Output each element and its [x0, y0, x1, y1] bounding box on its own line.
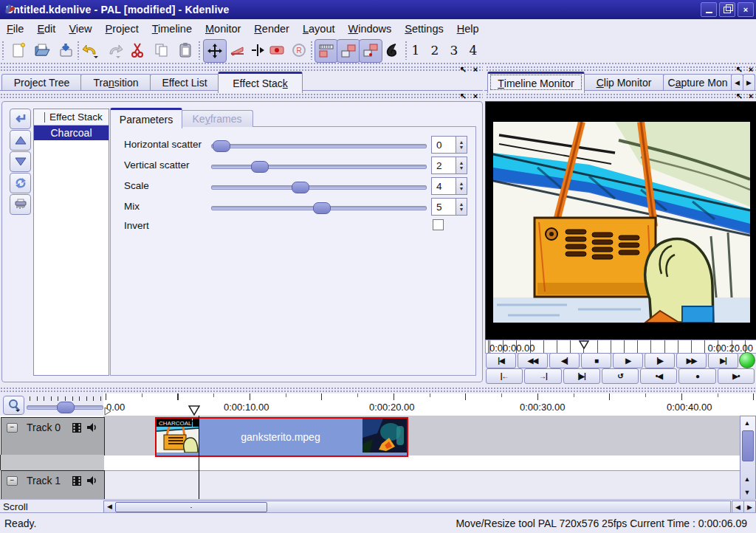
zoom-slider-handle[interactable]: [57, 402, 75, 413]
monitor-panel-handle[interactable]: [486, 93, 756, 100]
scroll-left-icon[interactable]: ◀: [107, 503, 112, 510]
vertical-scatter-slider[interactable]: [211, 165, 427, 169]
razor-tool-button[interactable]: [227, 41, 247, 60]
menu-file[interactable]: File: [0, 21, 30, 37]
minimize-button[interactable]: [701, 2, 717, 17]
slider-handle[interactable]: [313, 202, 331, 214]
timeline-ruler[interactable]: 0.00 0:00:10.00 0:00:20.00 0:00:30.00 0:…: [103, 393, 756, 416]
show-video-thumbs-toggle[interactable]: [337, 39, 360, 63]
tab-capture-monitor[interactable]: Capture Mon: [663, 74, 732, 91]
record-disabled-button[interactable]: R: [289, 41, 309, 60]
monitor-ruler[interactable]: 0:00:00.00 0:00:20.00: [485, 340, 756, 354]
toolbar-handle[interactable]: [198, 41, 202, 60]
toolbar-handle[interactable]: [1, 41, 5, 60]
hscroll-thumb[interactable]: [115, 502, 267, 512]
menu-layout[interactable]: Layout: [296, 21, 342, 37]
horizontal-scatter-slider[interactable]: [211, 144, 427, 148]
monitor-dock-close-button[interactable]: ×: [746, 65, 756, 74]
restore-button[interactable]: [719, 2, 735, 17]
tab-keyframes[interactable]: Keyframes: [181, 110, 253, 127]
menu-monitor[interactable]: Monitor: [199, 21, 247, 37]
timeline-playhead[interactable]: [188, 405, 200, 416]
menu-project[interactable]: Project: [99, 21, 145, 37]
monitor-playhead[interactable]: [579, 340, 589, 349]
left-dock-close-button[interactable]: ×: [470, 65, 481, 74]
toolbar-handle[interactable]: [77, 41, 80, 60]
track-0-header[interactable]: − Track 0: [1, 417, 105, 455]
mix-slider[interactable]: [211, 206, 427, 210]
scale-spinbox[interactable]: 4▲▼: [431, 177, 467, 195]
loop-zone-button[interactable]: ↺: [602, 368, 639, 384]
tab-transition[interactable]: Transition: [80, 74, 151, 91]
tab-scroll-right-button[interactable]: ▶: [743, 74, 755, 91]
collapse-track-icon[interactable]: −: [7, 476, 18, 486]
rewind-button[interactable]: ◀◀: [518, 353, 548, 368]
effect-stack-close-button[interactable]: ×: [470, 92, 481, 100]
zoom-button[interactable]: [3, 396, 24, 415]
layout-3-button[interactable]: 3: [446, 41, 462, 59]
slider-handle[interactable]: [292, 182, 309, 193]
invert-checkbox[interactable]: [433, 219, 444, 230]
next-marker-button[interactable]: ▶•: [718, 368, 755, 384]
move-tool-button[interactable]: [203, 39, 227, 63]
stop-button[interactable]: ■: [581, 353, 611, 368]
effect-stack-list-header[interactable]: Effect Stack: [34, 109, 109, 125]
menu-render[interactable]: Render: [247, 21, 296, 37]
menu-help[interactable]: Help: [450, 21, 486, 37]
play-button[interactable]: ▶: [613, 353, 643, 368]
prev-marker-button[interactable]: •◀: [640, 368, 677, 384]
apply-effect-button[interactable]: [10, 109, 31, 129]
refresh-effect-button[interactable]: [10, 173, 31, 193]
save-button[interactable]: [56, 41, 75, 60]
audio-track-icon[interactable]: [86, 475, 98, 486]
menu-edit[interactable]: Edit: [30, 21, 62, 37]
frame-forward-button[interactable]: |▶: [645, 353, 675, 368]
vertical-scatter-spinbox[interactable]: 2▲▼: [431, 157, 467, 174]
close-button[interactable]: ×: [738, 2, 754, 17]
layout-2-button[interactable]: 2: [427, 41, 443, 59]
spacer-tool-button[interactable]: [248, 41, 267, 60]
horizontal-scatter-spinbox[interactable]: 0▲▼: [431, 136, 467, 154]
paste-button[interactable]: [176, 41, 195, 60]
scroll-up-icon[interactable]: ▲: [744, 419, 751, 427]
tab-project-tree[interactable]: Project Tree: [1, 74, 82, 91]
monitor-panel-float-button[interactable]: ↖: [734, 92, 744, 100]
effect-item-charcoal[interactable]: Charcoal: [34, 125, 109, 140]
tab-parameters[interactable]: Parameters: [110, 108, 182, 128]
fast-forward-button[interactable]: ▶▶: [676, 353, 707, 368]
menu-timeline[interactable]: Timeline: [145, 21, 199, 37]
open-button[interactable]: [32, 41, 52, 60]
play-zone-button[interactable]: |▶|: [563, 368, 600, 384]
slider-handle[interactable]: [213, 140, 230, 152]
timeline-clip[interactable]: CHARCOAL ganksterito.mpeg: [155, 417, 408, 457]
video-track-icon[interactable]: [72, 475, 82, 486]
zoom-slider[interactable]: [27, 405, 103, 410]
effect-stack-dock-handle[interactable]: [0, 93, 483, 100]
left-dock-float-button[interactable]: ↖: [458, 65, 468, 74]
cut-button[interactable]: [128, 41, 148, 60]
record-region-button[interactable]: [267, 41, 286, 60]
redo-button[interactable]: [105, 41, 124, 60]
delete-effect-button[interactable]: [10, 194, 31, 215]
timeline-vscrollbar[interactable]: ▲ ▲ ▼: [740, 416, 756, 501]
go-start-button[interactable]: |◀: [486, 353, 516, 368]
audio-track-icon[interactable]: [86, 422, 98, 433]
track-1-header[interactable]: − Track 1: [1, 470, 105, 501]
menu-windows[interactable]: Windows: [341, 21, 398, 37]
layout-4-button[interactable]: 4: [465, 41, 481, 59]
tab-effect-list[interactable]: Effect List: [150, 74, 219, 91]
menu-view[interactable]: View: [62, 21, 98, 37]
spinbox-arrows[interactable]: ▲▼: [456, 157, 467, 173]
collapse-track-icon[interactable]: −: [7, 423, 18, 433]
menu-settings[interactable]: Settings: [398, 21, 450, 37]
playhead-line[interactable]: [199, 416, 199, 499]
timeline-dock-handle[interactable]: [0, 387, 756, 393]
effect-stack-float-button[interactable]: ↖: [458, 92, 468, 100]
record-led[interactable]: [739, 352, 755, 368]
go-end-button[interactable]: ▶|: [708, 353, 738, 368]
mix-spinbox[interactable]: 5▲▼: [431, 198, 467, 216]
spinbox-arrows[interactable]: ▲▼: [456, 178, 467, 194]
layout-1-button[interactable]: 1: [408, 41, 424, 59]
move-effect-down-button[interactable]: [10, 151, 31, 172]
new-file-button[interactable]: [9, 41, 28, 60]
